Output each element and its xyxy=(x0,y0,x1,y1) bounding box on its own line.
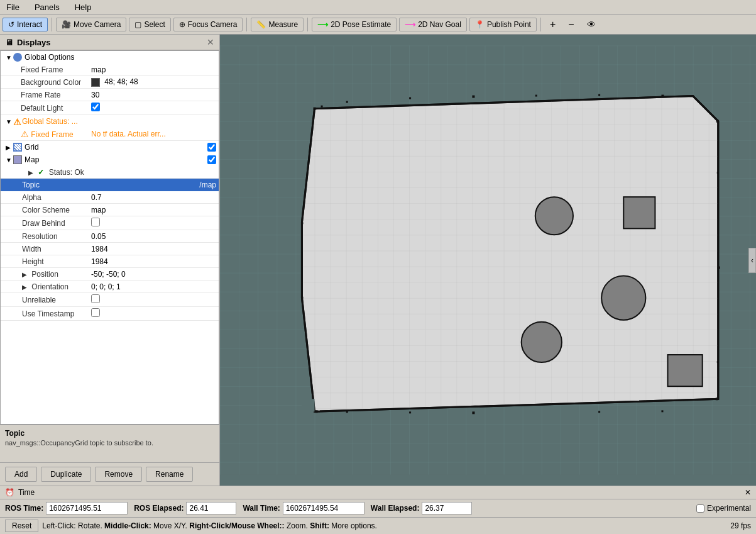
toolbar: ↺ Interact 🎥 Move Camera ▢ Select ⊕ Focu… xyxy=(0,15,756,35)
toolbar-sep-1 xyxy=(52,18,52,31)
menu-panels[interactable]: Panels xyxy=(31,1,63,13)
topic-row[interactable]: Topic /map xyxy=(1,179,219,191)
orientation-row: ▶ Orientation 0; 0; 0; 1 xyxy=(1,281,219,293)
panel-title: 🖥 Displays xyxy=(5,38,50,47)
clock-icon: ⏰ xyxy=(5,488,14,497)
nav-goal-button[interactable]: ⟶ 2D Nav Goal xyxy=(399,18,467,31)
interact-button[interactable]: ↺ Interact xyxy=(3,18,48,31)
eye-icon-button[interactable]: 👁 xyxy=(582,18,601,31)
default-light-checkbox[interactable] xyxy=(91,103,100,111)
status-ok-row: ▶ ✓ Status: Ok xyxy=(1,166,219,179)
map-viewport-svg xyxy=(220,35,756,486)
svg-rect-15 xyxy=(472,96,474,98)
minus-icon-button[interactable]: − xyxy=(563,17,579,32)
frame-rate-row: Frame Rate 30 xyxy=(1,89,219,101)
pose-estimate-button[interactable]: ⟶ 2D Pose Estimate xyxy=(312,18,397,31)
time-header-title: ⏰ Time xyxy=(5,488,35,497)
collapse-right-button[interactable]: ‹ xyxy=(748,248,756,273)
map-icon xyxy=(13,155,22,164)
svg-rect-27 xyxy=(409,411,411,413)
ros-elapsed-input[interactable] xyxy=(186,502,236,515)
svg-rect-10 xyxy=(668,355,703,386)
publish-point-button[interactable]: 📍 Publish Point xyxy=(469,18,537,31)
ros-time-input[interactable] xyxy=(46,502,128,515)
add-button[interactable]: Add xyxy=(5,467,37,482)
interact-icon: ↺ xyxy=(8,20,14,29)
svg-rect-20 xyxy=(717,172,719,174)
map-row[interactable]: ▼ Map xyxy=(1,153,219,166)
alpha-row: Alpha 0.7 xyxy=(1,191,219,204)
toolbar-sep-4 xyxy=(540,18,541,31)
grid-checkbox[interactable] xyxy=(207,143,216,152)
statusbar: Reset Left-Click: Rotate. Middle-Click: … xyxy=(0,517,756,534)
toolbar-sep-3 xyxy=(307,18,308,31)
focus-camera-button[interactable]: ⊕ Focus Camera xyxy=(173,18,243,31)
measure-icon: 📏 xyxy=(256,20,266,29)
tree-view[interactable]: ▼ Global Options Fixed Frame map Backgro… xyxy=(0,50,219,425)
move-camera-button[interactable]: 🎥 Move Camera xyxy=(56,18,126,31)
remove-button[interactable]: Remove xyxy=(95,467,142,482)
default-light-row: Default Light xyxy=(1,101,219,115)
ff-error-label: ⚠ Fixed Frame xyxy=(3,129,91,139)
position-arrow[interactable]: ▶ xyxy=(22,271,30,278)
reset-button[interactable]: Reset xyxy=(5,520,38,532)
svg-rect-28 xyxy=(346,411,348,413)
svg-rect-17 xyxy=(598,94,600,96)
add-icon-button[interactable]: + xyxy=(545,17,561,32)
time-close-button[interactable]: ✕ xyxy=(745,488,751,497)
resolution-row: Resolution 0.05 xyxy=(1,230,219,243)
height-row: Height 1984 xyxy=(1,255,219,268)
global-status-arrow[interactable]: ▼ xyxy=(6,118,13,125)
publish-icon: 📍 xyxy=(475,20,485,29)
bg-color-swatch[interactable] xyxy=(91,78,100,87)
unreliable-row: Unreliable xyxy=(1,293,219,307)
map-checkbox[interactable] xyxy=(207,155,216,164)
camera-icon: 🎥 xyxy=(62,20,71,29)
wall-time-input[interactable] xyxy=(283,502,364,515)
svg-rect-21 xyxy=(718,267,720,269)
map-arrow[interactable]: ▼ xyxy=(6,157,13,164)
global-status-row[interactable]: ▼ ⚠ Global Status: ... xyxy=(1,115,219,128)
check-icon: ✓ xyxy=(38,168,44,177)
menu-file[interactable]: File xyxy=(3,1,23,13)
svg-point-9 xyxy=(522,322,562,362)
viewport[interactable]: ‹ xyxy=(220,35,756,486)
svg-rect-23 xyxy=(716,398,718,400)
displays-panel: 🖥 Displays ✕ ▼ Global Options Fixed Fram… xyxy=(0,35,220,486)
wall-elapsed-input[interactable] xyxy=(422,502,472,515)
wall-time-field: Wall Time: xyxy=(243,502,364,515)
global-options-arrow[interactable]: ▼ xyxy=(6,54,13,61)
draw-behind-checkbox[interactable] xyxy=(91,218,100,226)
experimental-field: Experimental xyxy=(696,504,751,513)
global-options-row[interactable]: ▼ Global Options xyxy=(1,51,219,64)
measure-button[interactable]: 📏 Measure xyxy=(251,18,304,31)
grid-row[interactable]: ▶ Grid xyxy=(1,141,219,153)
select-icon: ▢ xyxy=(134,20,141,29)
duplicate-button[interactable]: Duplicate xyxy=(41,467,91,482)
statusbar-hint: Left-Click: Rotate. Middle-Click: Move X… xyxy=(42,521,377,530)
pose-icon: ⟶ xyxy=(317,20,328,29)
unreliable-checkbox[interactable] xyxy=(91,294,100,303)
draw-behind-row: Draw Behind xyxy=(1,216,219,230)
orientation-arrow[interactable]: ▶ xyxy=(22,284,30,291)
svg-point-8 xyxy=(601,276,645,320)
svg-marker-5 xyxy=(302,399,314,411)
grid-arrow[interactable]: ▶ xyxy=(6,144,13,151)
panel-header: 🖥 Displays ✕ xyxy=(0,35,219,50)
experimental-checkbox[interactable] xyxy=(696,504,704,513)
use-timestamp-checkbox[interactable] xyxy=(91,308,100,317)
select-button[interactable]: ▢ Select xyxy=(129,18,170,31)
svg-point-6 xyxy=(535,197,573,235)
color-scheme-row: Color Scheme map xyxy=(1,204,219,216)
svg-rect-14 xyxy=(409,97,411,99)
panel-close-button[interactable]: ✕ xyxy=(207,37,214,47)
cog-icon xyxy=(13,53,22,62)
rename-button[interactable]: Rename xyxy=(146,467,193,482)
svg-rect-7 xyxy=(623,197,655,228)
svg-rect-30 xyxy=(301,297,303,299)
menu-help[interactable]: Help xyxy=(71,1,96,13)
fixed-frame-row: Fixed Frame map xyxy=(1,64,219,76)
status-arrow[interactable]: ▶ xyxy=(28,169,36,176)
wall-elapsed-field: Wall Elapsed: xyxy=(371,502,473,515)
buttons-area: Add Duplicate Remove Rename xyxy=(0,462,219,486)
